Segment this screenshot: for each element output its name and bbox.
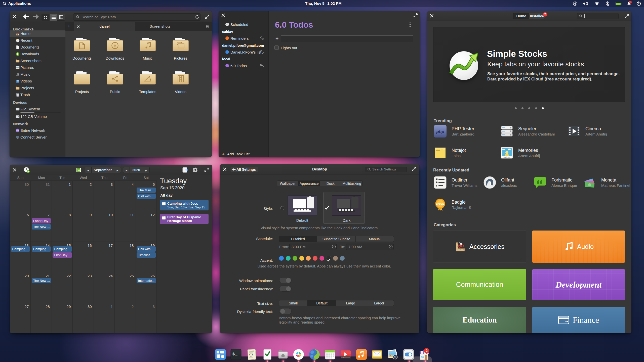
svg-text:BADGIE: BADGIE: [436, 203, 444, 205]
svg-text:php: php: [436, 129, 444, 134]
svg-text:{ }: { }: [249, 352, 253, 356]
svg-text:$: $: [232, 352, 235, 356]
svg-text:holiday: holiday: [504, 156, 510, 158]
